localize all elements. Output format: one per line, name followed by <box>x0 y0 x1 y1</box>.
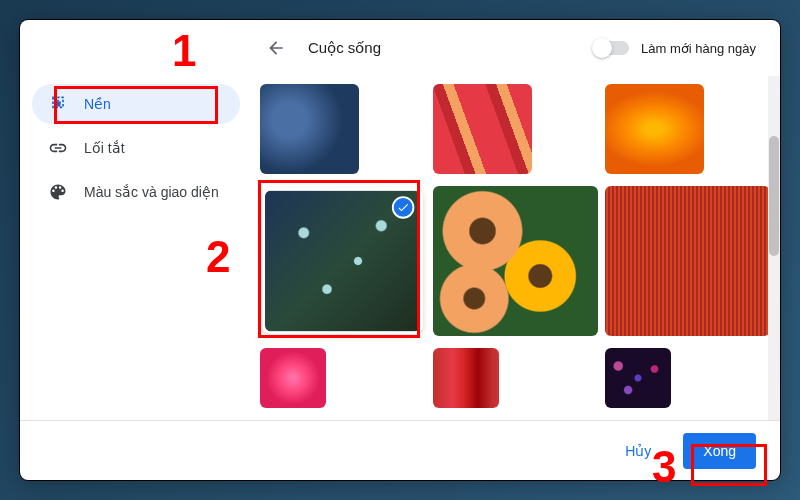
dialog-footer: Hủy Xong <box>20 420 780 480</box>
cancel-button[interactable]: Hủy <box>605 433 671 469</box>
background-thumbnail-selected[interactable] <box>265 191 420 332</box>
background-thumbnail[interactable] <box>260 84 359 174</box>
background-grid-container <box>252 76 780 420</box>
background-thumbnail[interactable] <box>433 186 598 336</box>
sidebar-item-label: Nền <box>84 96 111 112</box>
sidebar-item-background[interactable]: Nền <box>32 84 240 124</box>
scrollbar-thumb[interactable] <box>769 136 779 256</box>
palette-icon <box>48 182 68 202</box>
background-thumbnail[interactable] <box>433 348 499 408</box>
dialog-header: Cuộc sống Làm mới hàng ngày <box>20 20 780 76</box>
refresh-toggle-label: Làm mới hàng ngày <box>641 41 756 56</box>
refresh-toggle-group: Làm mới hàng ngày <box>595 41 756 56</box>
background-icon <box>48 94 68 114</box>
sidebar-item-shortcuts[interactable]: Lối tắt <box>32 128 240 168</box>
sidebar-item-label: Lối tắt <box>84 140 125 156</box>
dialog-body: Nền Lối tắt Màu sắc và giao diện <box>20 76 780 420</box>
arrow-left-icon <box>266 38 286 58</box>
sidebar-item-label: Màu sắc và giao diện <box>84 184 219 200</box>
link-icon <box>48 138 68 158</box>
background-thumbnail[interactable] <box>260 348 326 408</box>
back-button[interactable] <box>260 32 292 64</box>
svg-rect-0 <box>56 102 61 107</box>
check-icon <box>392 196 415 219</box>
refresh-daily-toggle[interactable] <box>595 41 629 55</box>
done-button[interactable]: Xong <box>683 433 756 469</box>
background-thumbnail[interactable] <box>433 84 532 174</box>
background-thumbnail[interactable] <box>605 84 704 174</box>
customize-dialog: Cuộc sống Làm mới hàng ngày Nền Lối tắt <box>20 20 780 480</box>
sidebar-item-theme[interactable]: Màu sắc và giao diện <box>32 172 240 212</box>
background-thumbnail[interactable] <box>605 348 671 408</box>
scrollbar[interactable] <box>768 76 780 420</box>
background-grid <box>260 84 766 408</box>
background-thumbnail[interactable] <box>605 186 770 336</box>
sidebar: Nền Lối tắt Màu sắc và giao diện <box>20 76 252 420</box>
header-title: Cuộc sống <box>308 39 579 57</box>
